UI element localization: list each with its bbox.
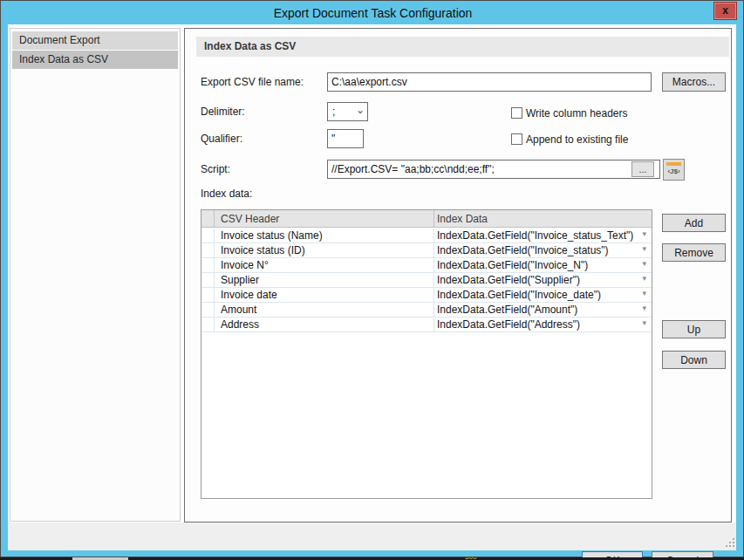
index-data-grid: CSV Header Index Data Invoice status (Na… <box>201 209 652 499</box>
index-data-cell[interactable]: IndexData.GetField("Invoice_N") <box>437 258 588 272</box>
script-editor-button[interactable]: ‹J$› <box>663 159 685 181</box>
dialog-client-area: Document ExportIndex Data as CSV Index D… <box>8 24 736 550</box>
dialog-title: Export Document Task Configuration <box>274 6 473 20</box>
csv-header-cell[interactable]: Supplier <box>221 273 259 287</box>
qualifier-label: Qualifier: <box>201 129 242 148</box>
script-browse-button[interactable]: ... <box>631 161 654 177</box>
up-button[interactable]: Up <box>662 320 726 338</box>
index-data-cell[interactable]: IndexData.GetField("Amount") <box>437 303 577 317</box>
csv-header-cell[interactable]: Amount <box>221 303 256 317</box>
csv-header-cell[interactable]: Invoice status (ID) <box>221 243 305 257</box>
export-csv-file-input[interactable] <box>327 72 652 92</box>
js-icon <box>666 162 681 166</box>
sidebar-item-index-data-as-csv[interactable]: Index Data as CSV <box>12 51 178 69</box>
qualifier-input[interactable] <box>327 129 364 148</box>
close-icon: x <box>722 4 728 17</box>
cell-dropdown-icon[interactable]: ▾ <box>642 304 646 312</box>
index-data-cell[interactable]: IndexData.GetField("Supplier") <box>437 273 580 287</box>
table-row[interactable]: AddressIndexData.GetField("Address")▾ <box>201 318 652 332</box>
export-task-dialog: Export Document Task Configuration x Doc… <box>0 0 744 557</box>
append-to-existing-file-label[interactable]: Append to existing file <box>526 133 628 146</box>
cell-dropdown-icon[interactable]: ▾ <box>642 244 646 253</box>
row-selector[interactable] <box>201 318 215 331</box>
script-input[interactable] <box>327 160 660 179</box>
chevron-down-icon: ⌄ <box>356 101 365 119</box>
append-to-existing-file-checkbox[interactable] <box>511 133 522 145</box>
macros-button[interactable]: Macros... <box>662 72 726 92</box>
write-column-headers-checkbox[interactable] <box>511 107 522 119</box>
panel-header: Index Data as CSV <box>196 37 729 57</box>
delimiter-label: Delimiter: <box>201 102 245 121</box>
table-row[interactable]: Invoice status (ID)IndexData.GetField("I… <box>201 243 652 258</box>
index-data-cell[interactable]: IndexData.GetField("Address") <box>437 318 580 331</box>
cell-dropdown-icon[interactable]: ▾ <box>642 259 646 268</box>
row-selector[interactable] <box>201 243 215 257</box>
table-row[interactable]: Invoice dateIndexData.GetField("Invoice_… <box>201 288 652 303</box>
column-header-index-data[interactable]: Index Data <box>437 210 488 228</box>
down-button[interactable]: Down <box>662 351 726 369</box>
row-selector[interactable] <box>201 273 215 287</box>
column-separator[interactable] <box>433 210 434 228</box>
cell-dropdown-icon[interactable]: ▾ <box>642 318 646 327</box>
cell-dropdown-icon[interactable]: ▾ <box>642 229 646 238</box>
row-selector[interactable] <box>201 303 215 317</box>
grid-header-row: CSV Header Index Data <box>201 210 652 228</box>
add-button[interactable]: Add <box>662 214 726 232</box>
cell-separator <box>433 243 434 257</box>
index-data-cell[interactable]: IndexData.GetField("Invoice_status") <box>437 243 609 257</box>
index-data-panel: Index Data as CSV Export CSV file name: … <box>184 28 732 522</box>
script-label: Script: <box>201 160 230 179</box>
row-selector[interactable] <box>201 258 215 272</box>
delimiter-select[interactable]: ; ⌄ <box>327 102 368 121</box>
csv-header-cell[interactable]: Invoice N° <box>221 258 269 272</box>
cell-separator <box>433 273 434 287</box>
csv-header-cell[interactable]: Invoice status (Name) <box>221 229 323 242</box>
task-step-list: Document ExportIndex Data as CSV <box>10 28 181 522</box>
remove-button[interactable]: Remove <box>662 243 726 262</box>
column-header-csv-header[interactable]: CSV Header <box>221 210 279 228</box>
table-row[interactable]: SupplierIndexData.GetField("Supplier")▾ <box>201 273 652 288</box>
cell-separator <box>433 303 434 317</box>
table-row[interactable]: Invoice N°IndexData.GetField("Invoice_N"… <box>201 258 652 273</box>
row-selector-header <box>201 210 215 228</box>
index-data-cell[interactable]: IndexData.GetField("Invoice_status_Text"… <box>437 229 633 242</box>
row-selector[interactable] <box>201 288 215 302</box>
csv-header-cell[interactable]: Address <box>221 318 259 331</box>
cell-dropdown-icon[interactable]: ▾ <box>642 274 646 283</box>
table-row[interactable]: AmountIndexData.GetField("Amount")▾ <box>201 303 652 318</box>
grid-rows: Invoice status (Name)IndexData.GetField(… <box>201 229 652 332</box>
csv-header-cell[interactable]: Invoice date <box>221 288 277 302</box>
title-bar[interactable]: Export Document Task Configuration <box>2 2 744 24</box>
close-button[interactable]: x <box>713 2 737 20</box>
cell-separator <box>433 318 434 331</box>
cell-separator <box>433 288 434 302</box>
dialog-footer: OK Cancel <box>8 522 736 550</box>
index-data-cell[interactable]: IndexData.GetField("Invoice_date") <box>437 288 601 302</box>
index-data-label: Index data: <box>201 184 252 203</box>
sidebar-item-document-export[interactable]: Document Export <box>12 31 178 50</box>
cell-separator <box>433 229 434 242</box>
resize-grip[interactable] <box>726 538 734 547</box>
export-csv-file-label: Export CSV file name: <box>201 72 304 92</box>
row-selector[interactable] <box>201 229 215 242</box>
delimiter-value: ; <box>332 106 335 118</box>
cell-separator <box>433 258 434 272</box>
cell-dropdown-icon[interactable]: ▾ <box>642 289 646 297</box>
table-row[interactable]: Invoice status (Name)IndexData.GetField(… <box>201 229 652 243</box>
write-column-headers-label[interactable]: Write column headers <box>526 107 628 120</box>
